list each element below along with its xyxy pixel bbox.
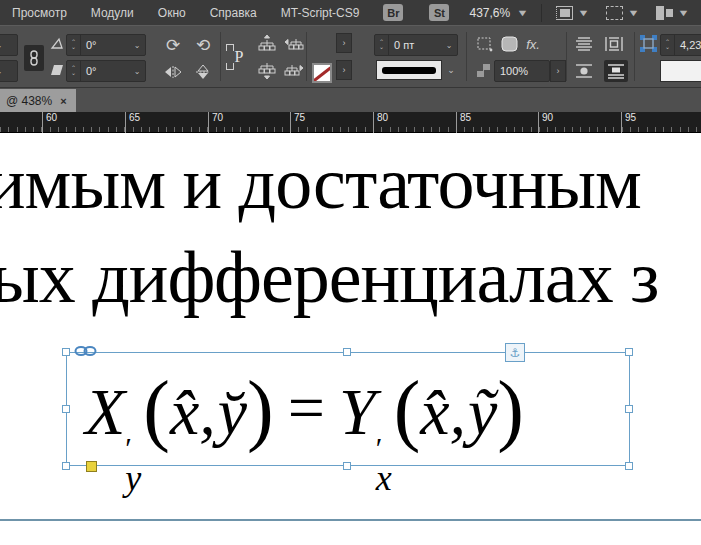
frame-fitting-icon[interactable] bbox=[640, 35, 657, 52]
rotate-ccw-icon[interactable]: ⟲ bbox=[192, 34, 214, 56]
chevron-down-icon[interactable]: ▼ bbox=[627, 8, 639, 18]
chevron-down-icon[interactable]: ▼ bbox=[577, 8, 589, 18]
paper-swatch[interactable] bbox=[660, 60, 701, 82]
chevron-down-icon[interactable]: ⌄ bbox=[129, 67, 145, 76]
arrange-documents-icon[interactable] bbox=[656, 6, 673, 20]
fill-none-swatch[interactable] bbox=[312, 63, 332, 83]
stepper-icon[interactable]: ⌃⌄ bbox=[375, 35, 389, 55]
math-formula[interactable]: X′y(x̂,y̆)=Y′x(x̂,ỹ) bbox=[85, 357, 524, 469]
view-options-icon[interactable] bbox=[556, 6, 573, 20]
opacity-field[interactable]: 100% bbox=[494, 60, 550, 82]
ruler-tick: 90 bbox=[538, 112, 553, 133]
menubar: Просмотр Модули Окно Справка MT-Script-C… bbox=[0, 0, 701, 25]
document-text-line-2[interactable]: ых дифференциалах з bbox=[0, 235, 658, 320]
document-text-line-1[interactable]: имым и достаточным bbox=[0, 141, 641, 226]
stroke-style-swatch[interactable] bbox=[376, 60, 442, 80]
effects-fx-icon[interactable]: fx. bbox=[522, 34, 544, 54]
distribute-right-icon[interactable] bbox=[284, 60, 304, 78]
ruler-tick: 65 bbox=[125, 112, 140, 133]
stroke-weight-field[interactable]: ⌃⌄ 0 пт ⌄ bbox=[374, 34, 458, 56]
menu-help[interactable]: Справка bbox=[198, 0, 269, 25]
shear-angle-field[interactable]: ⌃⌄ 0° ⌄ bbox=[66, 60, 146, 82]
stroke-style-chevron[interactable]: ⌄ bbox=[443, 60, 459, 80]
ruler-tick: 95 bbox=[621, 112, 636, 133]
selection-handle-top-center[interactable] bbox=[343, 348, 351, 356]
menu-window[interactable]: Окно bbox=[146, 0, 198, 25]
anchored-object-icon[interactable]: ⚓ bbox=[505, 343, 525, 362]
wrap-none-icon[interactable] bbox=[574, 35, 594, 53]
selection-handle-bottom-right[interactable] bbox=[625, 462, 633, 470]
offset-field[interactable]: ⌃⌄ 4,23 bbox=[660, 34, 701, 56]
ruler-tick: 85 bbox=[456, 112, 471, 133]
selection-handle-bottom-center[interactable] bbox=[343, 462, 351, 470]
stroke-options-arrow[interactable]: › bbox=[336, 60, 352, 80]
selected-formula-frame[interactable]: X′y(x̂,y̆)=Y′x(x̂,ỹ) bbox=[66, 352, 630, 466]
selection-handle-top-left[interactable] bbox=[62, 348, 70, 356]
rotation-angle-field[interactable]: ⌃⌄ 0° ⌄ bbox=[66, 34, 146, 56]
height-field-stub[interactable]: ⌄ bbox=[0, 60, 18, 82]
zoom-level-value[interactable]: 437,6% bbox=[469, 6, 510, 20]
stepper-icon[interactable]: ⌃⌄ bbox=[661, 35, 675, 55]
distribute-left-icon[interactable] bbox=[284, 34, 304, 52]
bridge-button[interactable]: Br bbox=[383, 4, 403, 21]
chevron-down-icon[interactable]: ▼ bbox=[516, 8, 528, 18]
document-canvas[interactable]: имым и достаточным ых дифференциалах з X… bbox=[0, 133, 701, 545]
wrap-jump-object-icon[interactable] bbox=[604, 60, 628, 82]
distribute-down-icon[interactable] bbox=[258, 60, 276, 80]
ruler-tick: 60 bbox=[42, 112, 57, 133]
selection-handle-middle-right[interactable] bbox=[625, 405, 633, 413]
chevron-down-icon[interactable]: ⌄ bbox=[441, 41, 457, 50]
selection-handle-bottom-left[interactable] bbox=[62, 462, 70, 470]
menu-mtscript[interactable]: MT-Script-CS9 bbox=[269, 0, 372, 25]
selection-handle-top-right[interactable] bbox=[625, 348, 633, 356]
document-tab[interactable]: @ 438% × bbox=[0, 89, 76, 112]
shear-angle-icon bbox=[50, 64, 64, 76]
chevron-down-icon[interactable]: ⌄ bbox=[129, 41, 145, 50]
selection-handle-middle-left[interactable] bbox=[62, 405, 70, 413]
width-field-stub[interactable]: ⌄ bbox=[0, 34, 18, 56]
corner-editor-yellow-handle[interactable] bbox=[86, 461, 97, 472]
ruler-tick: 80 bbox=[373, 112, 388, 133]
margin-guide-line bbox=[0, 519, 701, 521]
ruler-minor-ticks bbox=[0, 127, 701, 132]
tab-label: @ 438% bbox=[6, 94, 52, 108]
horizontal-ruler[interactable]: 60 65 70 75 80 85 90 95 bbox=[0, 112, 701, 133]
close-tab-icon[interactable]: × bbox=[60, 95, 66, 107]
control-panel: ⌄ ⌄ ⌃⌄ 0° ⌄ ⌃⌄ 0° ⌄ ⟳ ⟲ P bbox=[0, 25, 701, 88]
flip-horizontal-icon[interactable] bbox=[162, 62, 184, 82]
opacity-options-arrow[interactable]: › bbox=[550, 60, 566, 82]
flip-vertical-icon[interactable] bbox=[192, 62, 214, 82]
document-tabbar: @ 438% × bbox=[0, 89, 701, 112]
ruler-tick: 75 bbox=[290, 112, 305, 133]
screen-mode-icon[interactable] bbox=[606, 6, 623, 20]
rounded-corner-icon[interactable] bbox=[500, 35, 518, 52]
ruler-tick: 70 bbox=[208, 112, 223, 133]
menu-plugins[interactable]: Модули bbox=[79, 0, 146, 25]
rotation-angle-icon bbox=[50, 37, 64, 50]
rotate-cw-icon[interactable]: ⟳ bbox=[162, 34, 184, 56]
stepper-icon[interactable]: ⌃⌄ bbox=[67, 35, 81, 55]
select-container-p-icon[interactable]: P bbox=[226, 42, 252, 72]
fill-options-arrow[interactable]: › bbox=[336, 33, 352, 53]
chevron-down-icon[interactable]: ▼ bbox=[677, 8, 689, 18]
menu-view[interactable]: Просмотр bbox=[0, 0, 79, 25]
stepper-icon[interactable]: ⌃⌄ bbox=[67, 61, 81, 81]
distribute-up-icon[interactable] bbox=[258, 34, 276, 54]
constrain-proportions-link-icon[interactable] bbox=[24, 45, 44, 71]
stock-button[interactable]: St bbox=[429, 4, 449, 21]
opacity-checker-icon bbox=[477, 64, 490, 77]
corner-options-icon[interactable] bbox=[476, 36, 494, 52]
wrap-object-shape-icon[interactable] bbox=[574, 62, 594, 80]
text-thread-chain-icon[interactable] bbox=[74, 345, 98, 357]
wrap-bounding-box-icon[interactable] bbox=[604, 35, 624, 53]
